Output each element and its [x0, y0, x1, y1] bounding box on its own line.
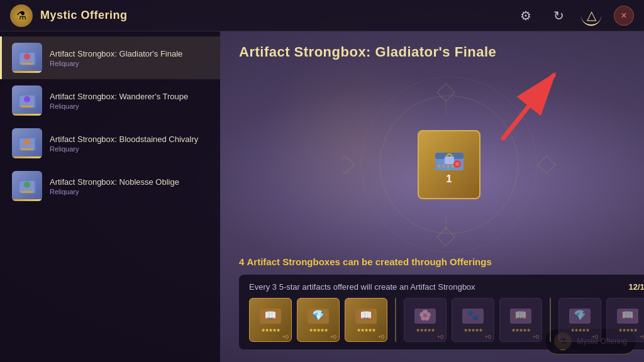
- sidebar-item-text-1: Artifact Strongbox: Wanderer's Troupe Re…: [50, 91, 210, 110]
- svg-text:📖: 📖: [514, 309, 527, 321]
- sidebar-item-name-3: Artifact Strongbox: Noblesse Oblige: [50, 177, 210, 188]
- artifact-stars-0: ★★★★★: [261, 327, 280, 333]
- artifact-stars-6: ★★★★★: [570, 327, 589, 333]
- offering-bar-label: Every 3 5-star artifacts offered will cr…: [249, 282, 475, 292]
- sidebar-item-text-0: Artifact Strongbox: Gladiator's Finale R…: [50, 48, 210, 67]
- sidebar-item-gladiators[interactable]: Artifact Strongbox: Gladiator's Finale R…: [0, 36, 220, 79]
- window-title: Mystic Offering: [40, 9, 128, 22]
- strongbox-display-item[interactable]: ★★★★ 1: [418, 130, 480, 199]
- svg-rect-15: [21, 191, 33, 193]
- triangle-nav-icon[interactable]: △: [581, 6, 601, 26]
- strongbox-info-suffix: Artifact Strongboxes can be created thro…: [247, 256, 492, 267]
- sidebar: Artifact Strongbox: Gladiator's Finale R…: [0, 31, 220, 362]
- svg-text:📖: 📖: [264, 309, 277, 321]
- strongbox-icon: ★★★★: [432, 145, 467, 173]
- sidebar-item-text-3: Artifact Strongbox: Noblesse Oblige Reli…: [50, 177, 210, 195]
- main-window: ⚗ Mystic Offering ⚙ ↻ △ ×: [0, 0, 644, 362]
- sidebar-item-sub-1: Reliquary: [50, 102, 210, 110]
- artifact-bonus-1: +0: [330, 334, 336, 340]
- nav-icons: ⚙ ↻ △ ×: [516, 6, 634, 26]
- svg-rect-18: [437, 84, 455, 101]
- artifact-card-0[interactable]: 📖 ★★★★★ +0: [249, 298, 292, 342]
- svg-rect-3: [21, 63, 33, 65]
- main-content: Artifact Strongbox: Gladiator's Finale R…: [0, 31, 644, 362]
- title-icon: ⚗: [10, 4, 33, 27]
- sidebar-item-sub-0: Reliquary: [50, 60, 210, 67]
- sidebar-item-name-0: Artifact Strongbox: Gladiator's Finale: [50, 48, 210, 60]
- sidebar-item-icon-1: [12, 85, 42, 116]
- offering-bar-count: 12/12: [628, 282, 644, 292]
- sidebar-item-sub-3: Reliquary: [50, 188, 210, 195]
- artifact-card-5[interactable]: 📖 ★★★★★ +0: [499, 298, 542, 342]
- artifacts-row: 📖 ★★★★★ +0 💎 ★★★★★ +0: [249, 298, 644, 342]
- sidebar-item-icon-3: [12, 171, 42, 201]
- strongbox-info-number: 4: [239, 256, 244, 267]
- artifact-card-4[interactable]: 🐾 ★★★★★ +0: [452, 298, 494, 342]
- refresh-nav-icon[interactable]: ↻: [548, 6, 569, 26]
- artifact-stars-4: ★★★★★: [464, 327, 482, 333]
- sidebar-item-name-1: Artifact Strongbox: Wanderer's Troupe: [50, 91, 210, 102]
- svg-point-10: [24, 139, 30, 145]
- artifact-card-2[interactable]: 📖 ★★★★★ +0: [345, 298, 387, 342]
- sidebar-item-sub-2: Reliquary: [50, 145, 210, 153]
- svg-rect-19: [437, 228, 455, 246]
- sidebar-item-text-2: Artifact Strongbox: Bloodstained Chivalr…: [50, 134, 210, 153]
- strongbox-info-text: 4 Artifact Strongboxes can be created th…: [239, 256, 644, 267]
- sidebar-item-name-2: Artifact Strongbox: Bloodstained Chivalr…: [50, 134, 210, 145]
- sidebar-item-icon-2: [12, 128, 42, 158]
- artifact-card-6[interactable]: 💎 ★★★★★ +0: [558, 298, 601, 342]
- artifact-stars-7: ★★★★★: [618, 327, 637, 333]
- artifact-bonus-7: +0: [640, 334, 644, 340]
- artifact-bonus-3: +0: [437, 334, 443, 340]
- sidebar-item-noblesse[interactable]: Artifact Strongbox: Noblesse Oblige Reli…: [0, 165, 220, 207]
- svg-text:💎: 💎: [574, 309, 586, 321]
- svg-rect-20: [538, 156, 555, 173]
- svg-rect-11: [21, 148, 33, 150]
- svg-text:💎: 💎: [312, 309, 325, 321]
- artifact-card-3[interactable]: 🌸 ★★★★★ +0: [404, 298, 447, 342]
- sidebar-item-bloodstained[interactable]: Artifact Strongbox: Bloodstained Chivalr…: [0, 122, 220, 165]
- artifact-stars-2: ★★★★★: [357, 327, 375, 333]
- svg-text:📖: 📖: [621, 309, 634, 321]
- sidebar-item-wanderers[interactable]: Artifact Strongbox: Wanderer's Troupe Re…: [0, 79, 220, 122]
- artifact-card-7[interactable]: 📖 ★★★★★ +0: [606, 298, 644, 342]
- settings-nav-icon[interactable]: ⚙: [516, 6, 536, 26]
- offering-bar: Every 3 5-star artifacts offered will cr…: [239, 275, 644, 349]
- svg-text:★★★★: ★★★★: [437, 163, 455, 169]
- artifact-bonus-6: +0: [592, 334, 598, 340]
- title-bar: ⚗ Mystic Offering ⚙ ↻ △ ×: [0, 0, 644, 31]
- artifacts-divider-2: [550, 298, 551, 342]
- svg-point-28: [455, 162, 459, 166]
- bottom-info: 4 Artifact Strongboxes can be created th…: [239, 256, 644, 349]
- center-display: ★★★★ 1: [239, 73, 644, 256]
- artifact-bonus-2: +0: [378, 334, 384, 340]
- svg-rect-21: [342, 156, 354, 173]
- active-arrow-indicator: [0, 53, 1, 63]
- artifact-stars-3: ★★★★★: [416, 327, 435, 333]
- artifact-bonus-0: +0: [282, 334, 289, 340]
- offering-bar-header: Every 3 5-star artifacts offered will cr…: [249, 282, 644, 292]
- artifacts-divider: [395, 298, 396, 342]
- close-button[interactable]: ×: [614, 6, 634, 26]
- artifact-stars-1: ★★★★★: [309, 327, 328, 333]
- panel-title: Artifact Strongbox: Gladiator's Finale: [239, 44, 644, 60]
- svg-text:📖: 📖: [360, 309, 372, 321]
- artifact-stars-5: ★★★★★: [511, 327, 530, 333]
- artifact-card-1[interactable]: 💎 ★★★★★ +0: [297, 298, 340, 342]
- sidebar-item-icon-0: [12, 43, 42, 73]
- right-panel: Artifact Strongbox: Gladiator's Finale: [220, 31, 644, 362]
- svg-text:🌸: 🌸: [419, 309, 431, 321]
- strongbox-count: 1: [447, 173, 452, 185]
- svg-point-6: [24, 96, 30, 102]
- svg-text:🐾: 🐾: [467, 309, 479, 321]
- artifact-bonus-5: +0: [533, 334, 539, 340]
- artifact-bonus-4: +0: [485, 334, 491, 340]
- svg-point-2: [24, 53, 30, 60]
- svg-point-14: [24, 182, 30, 188]
- svg-rect-7: [21, 106, 33, 107]
